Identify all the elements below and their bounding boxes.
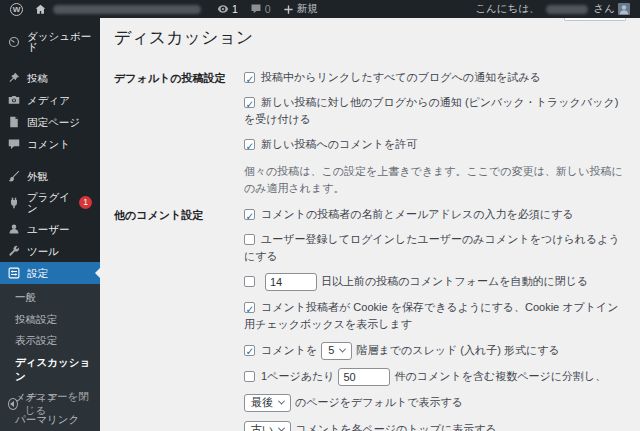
checkbox-notify-blogs[interactable] <box>244 72 255 83</box>
comments-icon <box>8 138 20 150</box>
user-avatar-icon <box>618 3 630 15</box>
tools-icon <box>8 245 20 257</box>
sidebar-item-pages[interactable]: 固定ページ <box>0 111 100 133</box>
comments-moderation-item[interactable]: 0 <box>246 0 275 18</box>
appearance-icon <box>8 170 20 182</box>
collapse-menu-label: メニューを閉じる <box>25 390 92 418</box>
sidebar-item-media[interactable]: メディア <box>0 89 100 111</box>
wordpress-logo-icon: W <box>10 3 23 16</box>
thread-suffix-label: 階層までのスレッド (入れ子) 形式にする <box>356 344 559 356</box>
sidebar-item-plugins[interactable]: プラグイン 1 <box>0 187 100 218</box>
wordpress-logo-menu[interactable]: W <box>6 0 27 18</box>
sidebar-item-users[interactable]: ユーザー <box>0 218 100 240</box>
section-default-post-settings: デフォルトの投稿設定 投稿中からリンクしたすべてのブログへの通知を試みる 新しい… <box>114 69 626 196</box>
collapse-menu-button[interactable]: メニューを閉じる <box>0 385 100 423</box>
close-days-input[interactable] <box>265 273 317 291</box>
thread-depth-select[interactable]: 5 <box>321 342 352 360</box>
sidebar-item-label: 投稿 <box>27 73 48 84</box>
section-note: 個々の投稿は、この設定を上書きできます。ここでの変更は、新しい投稿にのみ適用され… <box>244 163 626 196</box>
checkbox-label: 新しい投稿へのコメントを許可 <box>261 138 417 150</box>
section-label: 他のコメント設定 <box>114 206 244 431</box>
submenu-item-reading[interactable]: 表示設定 <box>0 330 100 352</box>
section-label: デフォルトの投稿設定 <box>114 69 244 196</box>
greeting-prefix: こんにちは、 <box>475 2 539 16</box>
greeting-suffix: さん <box>594 2 616 16</box>
page-title: ディスカッション <box>114 18 626 59</box>
site-link[interactable] <box>31 0 209 18</box>
thread-prefix-label: コメントを <box>261 344 317 356</box>
chevron-down-icon <box>278 398 285 405</box>
comment-order-select[interactable]: 古い <box>244 421 291 431</box>
view-count: 1 <box>232 3 238 15</box>
plugins-icon <box>8 197 20 209</box>
new-content-button[interactable]: 新規 <box>279 0 322 18</box>
checkbox-label: 投稿中からリンクしたすべてのブログへの通知を試みる <box>261 71 541 83</box>
checkbox-row-close-old-comments[interactable]: 日以上前の投稿のコメントフォームを自動的に閉じる <box>244 273 626 291</box>
sidebar-item-tools[interactable]: ツール <box>0 240 100 262</box>
sidebar-item-comments[interactable]: コメント <box>0 133 100 155</box>
eye-icon <box>217 3 229 15</box>
users-icon <box>8 223 20 235</box>
checkbox-row-registered-only[interactable]: ユーザー登録してログインしたユーザーのみコメントをつけられるようにする <box>244 231 626 265</box>
checkbox-label: ユーザー登録してログインしたユーザーのみコメントをつけられるようにする <box>244 233 620 262</box>
moderation-count: 0 <box>265 3 271 15</box>
default-page-select[interactable]: 最後 <box>244 394 291 412</box>
thread-depth-value: 5 <box>328 342 334 359</box>
pin-icon <box>8 72 20 84</box>
checkbox-close-old-comments[interactable] <box>244 276 255 287</box>
sidebar-item-label: ダッシュボード <box>27 31 92 52</box>
checkbox-row-paginate-comments[interactable]: 1ページあたり件のコメントを含む複数ページに分割し、 <box>244 368 626 386</box>
checkbox-allow-comments[interactable] <box>244 139 255 150</box>
checkbox-threaded-comments[interactable] <box>244 345 255 356</box>
collapse-arrow-icon <box>8 398 18 410</box>
avatar <box>618 3 630 15</box>
paginate-prefix-label: 1ページあたり <box>261 370 334 382</box>
checkbox-require-name-email[interactable] <box>244 209 255 220</box>
sidebar-item-appearance[interactable]: 外観 <box>0 165 100 187</box>
new-content-label: 新規 <box>297 2 318 16</box>
checkbox-row-allow-comments[interactable]: 新しい投稿へのコメントを許可 <box>244 136 626 153</box>
checkbox-row-threaded-comments[interactable]: コメントを5階層までのスレッド (入れ子) 形式にする <box>244 342 626 360</box>
checkbox-row-pingbacks[interactable]: 新しい投稿に対し他のブログからの通知 (ピンバック・トラックバック) を受け付け… <box>244 94 626 128</box>
chevron-down-icon <box>339 346 346 353</box>
comments-per-page-input[interactable] <box>338 368 390 386</box>
checkbox-registered-only[interactable] <box>244 234 255 245</box>
admin-sidebar: ダッシュボード 投稿 メディア 固定ページ コメント 外観 プラ <box>0 18 100 431</box>
redacted-site-name <box>53 5 201 14</box>
sidebar-item-dashboard[interactable]: ダッシュボード <box>0 26 100 57</box>
section-other-comment-settings: 他のコメント設定 コメントの投稿者の名前とメールアドレスの入力を必須にする ユー… <box>114 206 626 431</box>
sidebar-item-label: 設定 <box>27 268 48 279</box>
comment-order-suffix-label: コメントを各ページのトップに表示する <box>295 423 497 431</box>
sidebar-item-label: ツール <box>27 246 59 257</box>
checkbox-label: 新しい投稿に対し他のブログからの通知 (ピンバック・トラックバック) を受け付け… <box>244 96 618 125</box>
checkbox-pingbacks[interactable] <box>244 97 255 108</box>
comment-order-value: 古い <box>251 421 273 431</box>
submenu-item-discussion[interactable]: ディスカッション <box>0 352 100 387</box>
sidebar-item-posts[interactable]: 投稿 <box>0 67 100 89</box>
checkbox-row-require-name-email[interactable]: コメントの投稿者の名前とメールアドレスの入力を必須にする <box>244 206 626 223</box>
sidebar-item-label: メディア <box>27 95 70 106</box>
default-page-suffix-label: のページをデフォルトで表示する <box>295 396 463 408</box>
submenu-item-writing[interactable]: 投稿設定 <box>0 309 100 331</box>
default-page-row: 最後のページをデフォルトで表示する <box>244 394 626 412</box>
checkbox-row-cookies-optin[interactable]: コメント投稿者が Cookie を保存できるようにする、Cookie オプトイン… <box>244 299 626 333</box>
comment-bubble-icon <box>250 3 262 15</box>
sidebar-item-settings[interactable]: 設定 <box>0 262 100 284</box>
checkbox-row-notify-blogs[interactable]: 投稿中からリンクしたすべてのブログへの通知を試みる <box>244 69 626 86</box>
checkbox-label: 日以上前の投稿のコメントフォームを自動的に閉じる <box>321 275 588 287</box>
sidebar-item-label: 固定ページ <box>27 117 80 128</box>
checkbox-cookies-optin[interactable] <box>244 302 255 313</box>
default-page-value: 最後 <box>251 394 273 412</box>
paginate-suffix-label: 件のコメントを含む複数ページに分割し、 <box>394 370 606 382</box>
my-account-menu[interactable]: こんにちは、 さん <box>471 0 634 18</box>
comment-order-row: 古いコメントを各ページのトップに表示する <box>244 421 626 431</box>
plus-icon <box>283 4 294 15</box>
checkbox-paginate-comments[interactable] <box>244 371 255 382</box>
settings-icon <box>8 267 20 279</box>
view-count-item[interactable]: 1 <box>213 0 242 18</box>
checkbox-label: コメントの投稿者の名前とメールアドレスの入力を必須にする <box>261 208 574 220</box>
sidebar-item-label: プラグイン <box>27 192 72 213</box>
submenu-item-general[interactable]: 一般 <box>0 287 100 309</box>
home-icon <box>35 4 46 15</box>
pages-icon <box>8 116 20 128</box>
